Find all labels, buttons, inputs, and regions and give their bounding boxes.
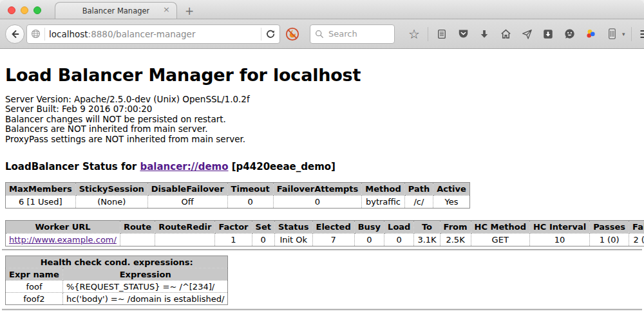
table-cell: 2 (0) xyxy=(629,234,644,246)
worker-status-table: Worker URL Route RouteRedir Factor Set S… xyxy=(5,220,644,246)
column-header: Set xyxy=(252,221,274,234)
column-header: StickySession xyxy=(75,183,147,196)
new-tab-button[interactable]: + xyxy=(180,3,199,19)
pocket-button[interactable] xyxy=(455,26,471,42)
reload-icon[interactable] xyxy=(265,29,276,39)
table-row: foof2 hc('body') =~ /domain is establish… xyxy=(6,293,228,305)
window-close-button[interactable] xyxy=(8,6,15,14)
server-version-line: Server Version: Apache/2.5.0-dev (Unix) … xyxy=(5,95,644,104)
window-zoom-button[interactable] xyxy=(33,6,41,14)
smiley-icon xyxy=(564,28,576,40)
column-header: Expression xyxy=(62,268,228,281)
column-header: Route xyxy=(120,221,155,234)
library-icon xyxy=(436,28,448,40)
table-cell: foof xyxy=(6,281,63,293)
server-info: Server Version: Apache/2.5.0-dev (Unix) … xyxy=(5,95,644,144)
worker-url-link[interactable]: http://www.example.com/ xyxy=(9,235,117,245)
search-bar[interactable] xyxy=(310,24,395,44)
send-tab-button[interactable] xyxy=(519,26,535,42)
download-button[interactable] xyxy=(477,26,492,42)
column-header: Status xyxy=(274,221,312,234)
table-cell: 2.5K xyxy=(440,234,471,246)
table-title-row: Health check cond. expressions: xyxy=(6,256,228,268)
column-header: Elected xyxy=(312,221,354,234)
menu-button[interactable] xyxy=(638,26,644,42)
column-header: Active xyxy=(433,183,470,196)
column-header: Expr name xyxy=(6,268,63,281)
site-identity-globe-icon[interactable] xyxy=(31,29,41,39)
tab-balancer-manager[interactable]: Balancer Manager × xyxy=(55,2,177,19)
inherit-notice-line: Balancers are NOT inherited from main se… xyxy=(5,124,644,134)
extension-dots-button[interactable] xyxy=(583,26,598,42)
table-header-row: Expr name Expression xyxy=(6,268,228,281)
url-path: :8880/balancer-manager xyxy=(88,29,196,39)
column-header: Load xyxy=(384,221,414,234)
url-bar[interactable]: localhost:8880/balancer-manager xyxy=(26,24,280,44)
window-titlebar: Balancer Manager × + xyxy=(0,0,644,19)
bookmark-star-button[interactable]: ☆ xyxy=(406,26,422,42)
url-text[interactable]: localhost:8880/balancer-manager xyxy=(49,29,257,39)
table-cell: 6 [1 Used] xyxy=(6,196,76,209)
proxypass-notice-line: ProxyPass settings are NOT inherited fro… xyxy=(5,135,644,144)
column-header: To xyxy=(414,221,440,234)
containers-button[interactable] xyxy=(604,26,620,42)
column-header: Passes xyxy=(590,221,629,234)
downloads-panel-button[interactable] xyxy=(540,26,556,42)
table-cell: http://www.example.com/ xyxy=(6,234,120,246)
back-button[interactable] xyxy=(5,24,24,44)
column-header: Worker URL xyxy=(6,221,120,234)
square-download-icon xyxy=(542,28,554,40)
search-input[interactable] xyxy=(327,28,382,39)
column-header: Timeout xyxy=(227,183,273,196)
column-header: Fails xyxy=(629,221,644,234)
download-arrow-icon xyxy=(478,28,490,40)
library-button[interactable] xyxy=(434,26,450,42)
tab-close-icon[interactable]: × xyxy=(163,5,170,14)
server-built-line: Server Built: Feb 9 2016 07:00:20 xyxy=(5,104,644,114)
flash-blocked-icon[interactable] xyxy=(284,26,301,42)
table-cell: Off xyxy=(147,196,227,209)
section-divider xyxy=(2,249,642,251)
table-row: 6 [1 Used] (None) Off 0 0 bytraffic /c/ … xyxy=(6,196,470,209)
table-cell: GET xyxy=(471,234,529,246)
hamburger-icon xyxy=(639,28,644,40)
window-minimize-button[interactable] xyxy=(21,6,28,14)
column-header: HC Method xyxy=(471,221,529,234)
balancer-demo-link[interactable]: balancer://demo xyxy=(140,161,228,172)
page-content: Load Balancer Manager for localhost Serv… xyxy=(0,49,644,316)
search-icon xyxy=(315,30,324,39)
column-header: MaxMembers xyxy=(6,183,76,196)
table-cell: /c/ xyxy=(404,196,433,209)
table-cell: bytraffic xyxy=(362,196,404,209)
tab-title: Balancer Manager xyxy=(82,6,150,15)
table-cell: 0 xyxy=(227,196,273,209)
loadbalancer-status-heading: LoadBalancer Status for balancer://demo … xyxy=(5,161,644,172)
health-table-title: Health check cond. expressions: xyxy=(6,256,228,268)
hello-button[interactable] xyxy=(562,26,577,42)
table-cell xyxy=(155,234,215,246)
paper-plane-icon xyxy=(521,28,533,40)
table-cell: 10 xyxy=(529,234,589,246)
toolbar-divider xyxy=(631,27,632,41)
browser-window: Balancer Manager × + localhost:8880/bala… xyxy=(0,0,644,316)
table-header-row: MaxMembers StickySession DisableFailover… xyxy=(6,183,470,196)
table-cell: %{REQUEST_STATUS} =~ /^[234]/ xyxy=(62,281,228,293)
table-cell: (None) xyxy=(75,196,147,209)
page-bottom-divider xyxy=(2,309,642,311)
table-header-row: Worker URL Route RouteRedir Factor Set S… xyxy=(6,221,644,234)
column-header: Factor xyxy=(215,221,252,234)
url-bar-divider xyxy=(261,28,261,41)
column-header: From xyxy=(440,221,471,234)
column-header: FailoverAttempts xyxy=(273,183,362,196)
home-button[interactable] xyxy=(498,26,513,42)
chevron-down-icon[interactable]: ▾ xyxy=(622,31,625,37)
home-icon xyxy=(500,28,512,40)
table-cell: Init Ok xyxy=(274,234,312,246)
table-cell xyxy=(120,234,155,246)
table-cell: 0 xyxy=(273,196,362,209)
table-row: foof %{REQUEST_STATUS} =~ /^[234]/ xyxy=(6,281,228,293)
back-arrow-icon xyxy=(10,29,20,39)
url-domain: localhost xyxy=(49,29,88,39)
table-cell: hc('body') =~ /domain is established/ xyxy=(62,293,228,305)
pocket-icon xyxy=(457,28,469,40)
